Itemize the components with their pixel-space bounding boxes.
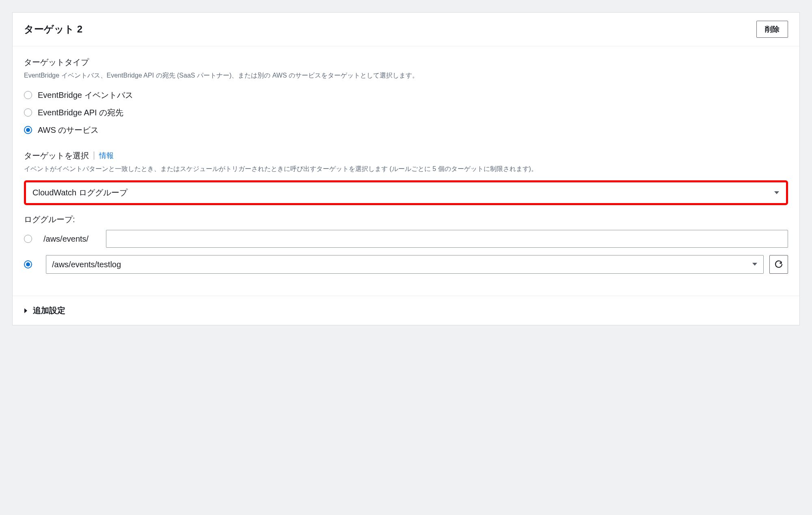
panel-body: ターゲットタイプ EventBridge イベントバス、EventBridge … (13, 46, 799, 296)
refresh-icon (775, 260, 783, 268)
radio-log-group-new[interactable] (24, 235, 32, 243)
existing-log-group-dropdown[interactable]: /aws/events/testlog (46, 255, 764, 274)
radio-option-api-destination[interactable]: EventBridge API の宛先 (24, 104, 788, 121)
radio-label: EventBridge イベントバス (38, 90, 133, 101)
target-select-highlight: CloudWatch ロググループ (24, 180, 788, 205)
select-target-section: ターゲットを選択 情報 イベントがイベントパターンと一致したとき、またはスケジュ… (24, 150, 788, 274)
radio-log-group-existing[interactable] (24, 260, 32, 268)
info-link[interactable]: 情報 (99, 151, 114, 160)
target-type-heading: ターゲットタイプ (24, 57, 788, 68)
log-group-label: ロググループ: (24, 214, 788, 225)
existing-log-group-value: /aws/events/testlog (52, 260, 121, 269)
additional-settings-toggle[interactable]: 追加設定 (24, 305, 788, 316)
panel-header: ターゲット 2 削除 (13, 13, 799, 46)
select-target-heading: ターゲットを選択 (24, 150, 89, 161)
target-type-radio-group: EventBridge イベントバス EventBridge API の宛先 A… (24, 87, 788, 139)
target-panel: ターゲット 2 削除 ターゲットタイプ EventBridge イベントバス、E… (12, 12, 800, 325)
target-type-description: EventBridge イベントバス、EventBridge API の宛先 (… (24, 70, 788, 81)
radio-option-eventbus[interactable]: EventBridge イベントバス (24, 87, 788, 104)
radio-label: EventBridge API の宛先 (38, 107, 123, 118)
target-type-section: ターゲットタイプ EventBridge イベントバス、EventBridge … (24, 57, 788, 139)
select-target-description: イベントがイベントパターンと一致したとき、またはスケジュールがトリガーされたとき… (24, 164, 788, 174)
caret-right-icon (24, 308, 28, 314)
additional-settings-label: 追加設定 (33, 305, 65, 316)
log-group-new-row: /aws/events/ (24, 230, 788, 248)
select-target-heading-row: ターゲットを選択 情報 (24, 150, 788, 161)
delete-button[interactable]: 削除 (756, 21, 788, 38)
radio-option-aws-service[interactable]: AWS のサービス (24, 121, 788, 139)
radio-icon (24, 91, 32, 99)
log-group-name-input[interactable] (106, 230, 788, 248)
caret-down-icon (752, 262, 758, 266)
radio-icon (24, 108, 32, 117)
radio-icon (24, 126, 32, 134)
divider (94, 151, 94, 160)
target-select-dropdown[interactable]: CloudWatch ロググループ (27, 183, 785, 202)
caret-down-icon (774, 191, 780, 195)
log-group-prefix: /aws/events/ (43, 234, 100, 244)
log-group-existing-row: /aws/events/testlog (24, 255, 788, 274)
panel-title: ターゲット 2 (24, 23, 82, 36)
radio-label: AWS のサービス (38, 125, 99, 136)
panel-footer: 追加設定 (13, 296, 799, 325)
target-select-value: CloudWatch ロググループ (32, 187, 127, 198)
refresh-button[interactable] (769, 255, 788, 274)
